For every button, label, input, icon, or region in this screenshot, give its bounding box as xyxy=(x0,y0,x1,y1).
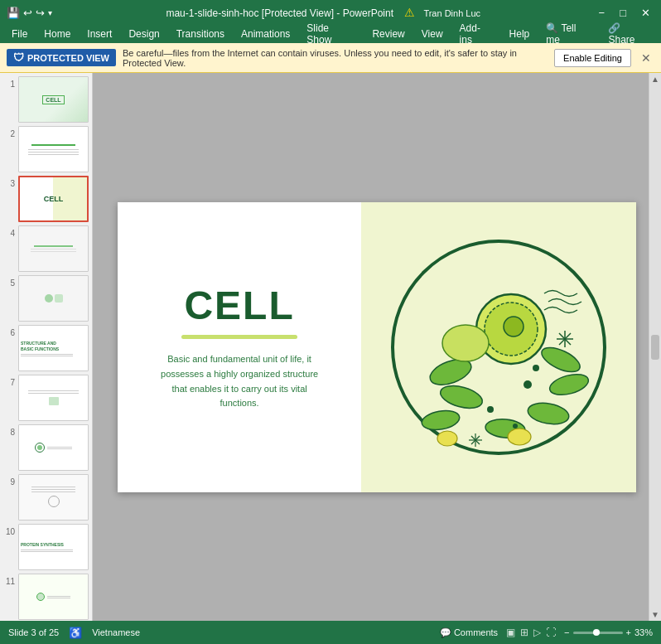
status-left: Slide 3 of 25 ♿ Vietnamese xyxy=(8,627,140,639)
slide-img-7[interactable] xyxy=(18,375,89,421)
comment-icon: 💬 xyxy=(440,627,451,638)
tab-transitions[interactable]: Transitions xyxy=(168,26,233,42)
slide-thumbnail-4[interactable]: 4 xyxy=(3,225,89,272)
tab-insert[interactable]: Insert xyxy=(79,26,120,42)
tab-share[interactable]: 🔗 Share xyxy=(600,20,658,48)
cell-diagram xyxy=(383,231,615,463)
reading-view-icon[interactable]: ▷ xyxy=(533,627,541,638)
tab-view[interactable]: View xyxy=(413,26,451,42)
slideshow-icon[interactable]: ⛶ xyxy=(546,627,556,638)
slide-thumbnail-7[interactable]: 7 xyxy=(3,375,89,421)
zoom-in-button[interactable]: + xyxy=(626,627,631,637)
undo-icon[interactable]: ↩ xyxy=(23,7,32,19)
scroll-up-arrow[interactable]: ▲ xyxy=(651,75,659,84)
slide-title: CELL xyxy=(184,283,294,328)
slide-num-5: 5 xyxy=(3,275,15,288)
window-controls: − □ ✕ xyxy=(595,5,654,21)
normal-view-icon[interactable]: ▣ xyxy=(506,627,515,638)
slide-thumbnail-2[interactable]: 2 xyxy=(3,126,89,172)
slide-img-5[interactable] xyxy=(18,275,89,322)
maximize-button[interactable]: □ xyxy=(615,5,630,21)
protected-badge: 🛡 PROTECTED VIEW xyxy=(7,49,116,66)
svg-point-11 xyxy=(442,325,489,361)
zoom-out-button[interactable]: − xyxy=(564,627,569,637)
minimize-button[interactable]: − xyxy=(595,5,610,21)
slide-img-10[interactable]: PROTEIN SYNTHESIS xyxy=(18,524,89,570)
slide-img-4[interactable] xyxy=(18,225,89,272)
enable-editing-button[interactable]: Enable Editing xyxy=(554,49,631,67)
slide-panel[interactable]: 1 CELL 2 3 C xyxy=(0,73,93,621)
tab-animations[interactable]: Animations xyxy=(233,26,298,42)
svg-point-12 xyxy=(523,380,532,389)
slide-num-2: 2 xyxy=(3,126,15,138)
svg-point-25 xyxy=(437,431,457,446)
close-bar-button[interactable]: ✕ xyxy=(638,50,654,66)
tab-design[interactable]: Design xyxy=(120,26,167,42)
slide-thumbnail-6[interactable]: 6 STRUCTURE AND BASIC FUNCTIONS xyxy=(3,325,89,371)
shield-icon: 🛡 xyxy=(13,51,24,64)
zoom-control: − + 33% xyxy=(564,627,653,637)
save-icon[interactable]: 💾 xyxy=(7,7,20,19)
protected-message: Be careful—files from the Internet can c… xyxy=(123,48,548,68)
slide-img-3[interactable]: CELL xyxy=(18,176,89,222)
comments-label: Comments xyxy=(454,627,498,637)
slide-thumbnail-3[interactable]: 3 CELL xyxy=(3,176,89,222)
slide-canvas: CELL Basic and fundamental unit of life,… xyxy=(118,202,636,492)
slide-num-6: 6 xyxy=(3,325,15,337)
scroll-thumb[interactable] xyxy=(651,335,659,360)
slide-img-6[interactable]: STRUCTURE AND BASIC FUNCTIONS xyxy=(18,325,89,371)
close-button[interactable]: ✕ xyxy=(637,5,654,21)
tab-slideshow[interactable]: Slide Show xyxy=(298,20,364,48)
slide-img-9[interactable] xyxy=(18,474,89,521)
slide-num-8: 8 xyxy=(3,424,15,437)
tab-review[interactable]: Review xyxy=(364,26,413,42)
slide-thumbnail-8[interactable]: 8 xyxy=(3,424,89,471)
user-name: Tran Dinh Luc xyxy=(423,8,480,18)
slide-thumbnail-5[interactable]: 5 xyxy=(3,275,89,322)
slide-img-1[interactable]: CELL xyxy=(18,76,89,123)
slide-thumbnail-9[interactable]: 9 xyxy=(3,474,89,521)
slide-thumbnail-1[interactable]: 1 CELL xyxy=(3,76,89,123)
canvas-area[interactable]: ▲ ▼ CELL Basic and fundamental unit of l… xyxy=(93,73,661,621)
zoom-slider[interactable] xyxy=(573,632,623,634)
ribbon-tabs: File Home Insert Design Transitions Anim… xyxy=(0,25,661,43)
slide-num-10: 10 xyxy=(3,524,15,536)
accessibility-icon[interactable]: ♿ xyxy=(69,627,82,639)
vertical-scrollbar[interactable]: ▲ ▼ xyxy=(649,73,661,621)
slide-info: Slide 3 of 25 xyxy=(8,627,59,637)
tab-tellme[interactable]: 🔍 Tell me xyxy=(538,20,600,48)
status-right: 💬 Comments ▣ ⊞ ▷ ⛶ − + 33% xyxy=(440,627,653,638)
tab-file[interactable]: File xyxy=(3,26,36,42)
slide-left-panel: CELL Basic and fundamental unit of life,… xyxy=(118,202,361,492)
tab-help[interactable]: Help xyxy=(501,26,538,42)
zoom-thumb xyxy=(593,629,600,636)
window-title: mau-1-slide-sinh-hoc [Protected View] - … xyxy=(52,6,595,19)
slide-thumbnail-11[interactable]: 11 xyxy=(3,574,89,620)
slide-sorter-icon[interactable]: ⊞ xyxy=(520,627,528,638)
slide-img-8[interactable] xyxy=(18,424,89,471)
quick-access-toolbar: 💾 ↩ ↪ ▾ xyxy=(7,7,52,19)
tab-addins[interactable]: Add-ins xyxy=(451,20,501,48)
slide-num-9: 9 xyxy=(3,474,15,487)
slide-num-11: 11 xyxy=(3,574,15,586)
redo-icon[interactable]: ↪ xyxy=(36,7,45,19)
zoom-level: 33% xyxy=(634,627,653,637)
svg-point-13 xyxy=(533,365,539,371)
svg-point-15 xyxy=(513,424,518,429)
tab-home[interactable]: Home xyxy=(36,26,79,42)
slide-num-3: 3 xyxy=(3,176,15,188)
view-icons: ▣ ⊞ ▷ ⛶ xyxy=(506,627,556,638)
title-bar-left: 💾 ↩ ↪ ▾ xyxy=(7,7,52,19)
main-area: 1 CELL 2 3 C xyxy=(0,73,661,621)
slide-img-2[interactable] xyxy=(18,126,89,172)
status-bar: Slide 3 of 25 ♿ Vietnamese 💬 Comments ▣ … xyxy=(0,621,661,644)
slide-thumbnail-10[interactable]: 10 PROTEIN SYNTHESIS xyxy=(3,524,89,570)
scroll-down-arrow[interactable]: ▼ xyxy=(651,610,659,619)
comments-button[interactable]: 💬 Comments xyxy=(440,627,498,638)
title-text: mau-1-slide-sinh-hoc [Protected View] - … xyxy=(166,7,393,19)
language-label: Vietnamese xyxy=(92,627,140,637)
warning-icon: ⚠ xyxy=(404,6,415,19)
slide-underline xyxy=(181,335,297,339)
slide-num-7: 7 xyxy=(3,375,15,387)
slide-img-11[interactable] xyxy=(18,574,89,620)
